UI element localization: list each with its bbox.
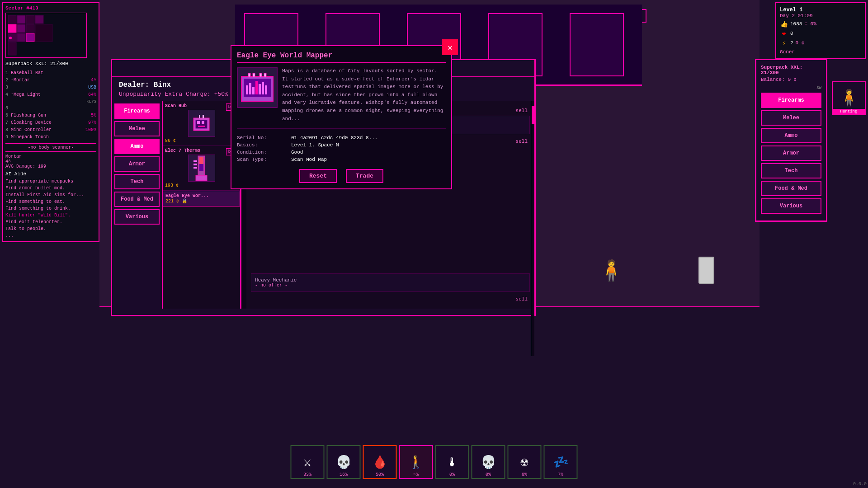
svg-rect-19 <box>199 115 200 118</box>
scene-object <box>698 257 714 284</box>
stat-scan-label: Scan Type: <box>237 157 291 162</box>
right-cat-various[interactable]: Various <box>761 198 821 214</box>
hotbar: ⚔ 33% 💀 16% 🩸 50% 🚶 ~% 🌡 0% 💀 0% ☢ 0% 💤 <box>291 445 578 479</box>
svg-rect-25 <box>193 160 197 162</box>
char-portrait: 🧍 Hunting <box>832 81 866 115</box>
sell-label-3: sell <box>251 294 530 304</box>
hotbar-icon-2: 💀 <box>336 455 352 470</box>
close-tooltip-button[interactable]: ✕ <box>442 39 458 55</box>
cat-btn-food-med[interactable]: Food & Med <box>114 192 160 207</box>
svg-rect-23 <box>199 157 203 164</box>
hotbar-slot-2[interactable]: 💀 16% <box>327 445 361 479</box>
right-cat-ammo[interactable]: Ammo <box>761 128 821 143</box>
svg-rect-30 <box>246 85 248 94</box>
hotbar-pct-1: 33% <box>303 472 311 477</box>
hotbar-icon-3: 🩸 <box>372 455 388 470</box>
hotbar-slot-3[interactable]: 🩸 50% <box>363 445 397 479</box>
cat-btn-ammo[interactable]: Ammo <box>114 139 160 154</box>
task-6: Kill hunter "Wild Bill". <box>5 212 96 219</box>
right-cat-firearms[interactable]: Firearms <box>761 93 821 108</box>
hotbar-slot-4[interactable]: 🚶 ~% <box>399 445 433 479</box>
stat-serial: Serial-No: 01 4a2091-c2dc-49d0-823d-8... <box>237 135 446 141</box>
right-trade-panel: Superpack XXL: 21/300 Balance: 0 ¢ SW Fi… <box>755 59 827 222</box>
goner-label: Goner <box>780 49 861 55</box>
thumbs-stat: 👍 1088 = 0% <box>780 20 861 28</box>
ai-aide-title: AI Aide <box>5 171 96 177</box>
level-display: Level 1 <box>780 7 861 13</box>
cat-btn-various[interactable]: Various <box>114 209 160 225</box>
task-1: Find appropriate medpacks <box>5 178 96 185</box>
day-display: Day 2 01:09 <box>780 13 861 19</box>
stat-condition-value: Good <box>291 150 303 155</box>
inv-item-8: 8 Mind Controller100% <box>5 127 96 134</box>
minimap <box>5 13 87 58</box>
svg-rect-6 <box>17 24 25 33</box>
cat-btn-tech[interactable]: Tech <box>114 174 160 189</box>
svg-rect-34 <box>259 84 261 94</box>
tooltip-actions: Reset Trade <box>237 169 446 183</box>
hotbar-icon-4: 🚶 <box>408 455 424 470</box>
inv-item-6: 6 Flashbang Gun5% <box>5 112 96 119</box>
cat-btn-melee[interactable]: Melee <box>114 121 160 136</box>
stat-basics-label: Basics: <box>237 142 291 148</box>
svg-rect-18 <box>198 126 205 127</box>
hotbar-pct-2: 16% <box>340 472 348 477</box>
item-tooltip-window: ✕ Eagle Eye World Mapper <box>231 45 452 189</box>
hotbar-slot-8[interactable]: 💤 7% <box>544 445 578 479</box>
ai-aide-panel: AI Aide Find appropriate medpacks Find a… <box>5 171 96 239</box>
right-cat-armor[interactable]: Armor <box>761 145 821 161</box>
sector-label: Sector #413 <box>5 5 96 11</box>
hotbar-slot-6[interactable]: 💀 0% <box>472 445 505 479</box>
hotbar-icon-5: 🌡 <box>446 455 458 470</box>
inv-item-7: 7 Cloaking Device97% <box>5 119 96 127</box>
svg-point-13 <box>9 37 12 39</box>
svg-rect-37 <box>248 73 250 77</box>
stat-scan-value: Scan Mod Map <box>291 157 327 162</box>
right-cat-food-med[interactable]: Food & Med <box>761 181 821 196</box>
item-img-2 <box>188 155 215 182</box>
right-cat-tech[interactable]: Tech <box>761 163 821 178</box>
inv-item-1: 1 Baseball Bat <box>5 70 96 77</box>
bottom-coords: 0.0.0 <box>852 480 868 488</box>
item-price-2: 193 ¢ <box>165 183 238 188</box>
item-name-3: Eagle Eye Wor... <box>165 193 237 198</box>
tooltip-stats: Serial-No: 01 4a2091-c2dc-49d0-823d-8...… <box>237 128 446 162</box>
shop-item-list[interactable]: Scan Hub 86 ¢ <box>162 101 241 309</box>
right-balance: Balance: 0 ¢ <box>761 77 821 82</box>
task-5: Find something to drink. <box>5 205 96 212</box>
hotbar-pct-4: ~% <box>413 472 419 477</box>
shop-item-eagle-eye[interactable]: Eagle Eye Wor... 221 ¢ 🔒 <box>163 191 240 206</box>
svg-rect-12 <box>8 42 16 55</box>
hotbar-icon-8: 💤 <box>553 455 569 470</box>
hotbar-slot-5[interactable]: 🌡 0% <box>435 445 469 479</box>
stat-condition-label: Condition: <box>237 150 291 155</box>
cat-btn-firearms[interactable]: Firearms <box>114 103 160 119</box>
tooltip-item-image <box>237 67 278 108</box>
game-background: Bar 🤖 🧍 Sector #413 <box>0 0 868 488</box>
svg-rect-40 <box>264 73 266 77</box>
energy-stat: ⚡ 2 0 ¢ <box>780 39 861 47</box>
shop-item-scan-hub[interactable]: Scan Hub 86 ¢ <box>163 101 240 146</box>
cat-btn-armor[interactable]: Armor <box>114 156 160 172</box>
svg-rect-31 <box>249 83 251 94</box>
stat-basics: Basics: Level 1, Space M <box>237 142 446 148</box>
svg-rect-11 <box>35 24 52 42</box>
shop-item-thermo[interactable]: Elec 7 Thermo <box>163 146 240 191</box>
task-2: Find armor bullet mod. <box>5 185 96 192</box>
portrait-label: Hunting <box>833 109 865 114</box>
svg-rect-36 <box>265 85 267 94</box>
tooltip-title: Eagle Eye World Mapper <box>237 52 446 63</box>
reset-button[interactable]: Reset <box>299 169 337 183</box>
svg-rect-10 <box>26 33 34 42</box>
hotbar-pct-3: 50% <box>376 472 384 477</box>
hotbar-slot-7[interactable]: ☢ 0% <box>508 445 542 479</box>
trade-button[interactable]: Trade <box>346 169 383 183</box>
inventory-title: Superpack XXL: 21/300 <box>5 60 96 68</box>
svg-rect-16 <box>197 121 200 124</box>
right-cat-melee[interactable]: Melee <box>761 110 821 126</box>
scene-character-2: 🧍 <box>599 258 624 284</box>
stat-scan-type: Scan Type: Scan Mod Map <box>237 157 446 162</box>
hotbar-slot-1[interactable]: ⚔ 33% <box>291 445 325 479</box>
body-scanner: -no body scanner- <box>5 143 96 152</box>
inv-item-5: 5 <box>5 105 96 112</box>
